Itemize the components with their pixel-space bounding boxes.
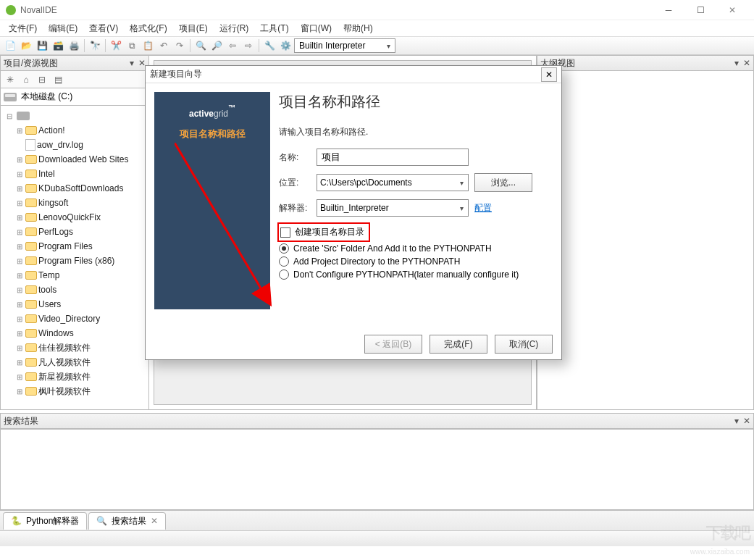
tree-node[interactable]: ⊞佳佳视频软件 bbox=[2, 340, 148, 355]
plus-icon[interactable]: ⊞ bbox=[15, 213, 24, 222]
menu-help[interactable]: 帮助(H) bbox=[338, 21, 379, 36]
tree-root[interactable]: ⊟ bbox=[2, 109, 148, 123]
configure-link[interactable]: 配置 bbox=[474, 202, 492, 214]
tab-python-interpreter[interactable]: 🐍 Python解释器 bbox=[3, 512, 87, 530]
cancel-button[interactable]: 取消(C) bbox=[495, 335, 553, 354]
menu-project[interactable]: 项目(E) bbox=[173, 21, 214, 36]
home-icon[interactable]: ⌂ bbox=[20, 73, 33, 86]
menu-tools[interactable]: 工具(T) bbox=[254, 21, 294, 36]
tree-node[interactable]: ⊞LenovoQuickFix bbox=[2, 210, 148, 225]
tab-close-icon[interactable]: ✕ bbox=[151, 516, 158, 526]
plus-icon[interactable]: ⊞ bbox=[15, 198, 24, 207]
interpreter-select[interactable]: Builtin Interpreter ▾ bbox=[294, 38, 395, 53]
radio-no-config[interactable] bbox=[279, 269, 289, 280]
tree-node[interactable]: ⊞新星视频软件 bbox=[2, 369, 148, 384]
tree-node[interactable]: ⊞凡人视频软件 bbox=[2, 355, 148, 369]
new-file-icon[interactable]: 📄 bbox=[3, 38, 17, 53]
project-pane: 项目/资源视图 ▾✕ ✳ ⌂ ⊟ ▤ 本地磁盘 (C:) ⊟ ⊞Action!a… bbox=[0, 55, 149, 410]
paste-icon[interactable]: 📋 bbox=[141, 38, 155, 53]
plus-icon[interactable]: ⊞ bbox=[15, 271, 24, 280]
plus-icon[interactable]: ⊞ bbox=[15, 126, 24, 135]
gear-icon[interactable]: ⚙️ bbox=[278, 38, 293, 53]
tree-node[interactable]: ⊞枫叶视频软件 bbox=[2, 384, 148, 398]
back-button[interactable]: < 返回(B) bbox=[364, 335, 422, 354]
copy-icon[interactable]: ⧉ bbox=[125, 38, 139, 53]
tree-node[interactable]: ⊞tools bbox=[2, 283, 148, 297]
minus-icon[interactable]: ⊟ bbox=[5, 112, 14, 120]
minimize-button[interactable]: ─ bbox=[653, 0, 684, 20]
tree-node[interactable]: ⊞Windows bbox=[2, 326, 148, 340]
plus-icon[interactable]: ⊞ bbox=[15, 314, 24, 323]
plus-icon[interactable]: ⊞ bbox=[15, 227, 24, 236]
back-icon[interactable]: ⇦ bbox=[225, 38, 240, 53]
tree-node[interactable]: ⊞KDubaSoftDownloads bbox=[2, 181, 148, 196]
pane-menu-icon[interactable]: ▾ bbox=[130, 58, 134, 68]
plus-icon[interactable]: ⊞ bbox=[15, 184, 24, 193]
plus-icon[interactable]: ⊞ bbox=[15, 300, 24, 309]
plus-icon[interactable]: ⊞ bbox=[15, 372, 24, 381]
pane-close-icon[interactable]: ✕ bbox=[743, 58, 750, 68]
project-name-input[interactable]: 项目 bbox=[317, 149, 469, 166]
finish-button[interactable]: 完成(F) bbox=[430, 335, 487, 354]
tree-node[interactable]: ⊞Program Files (x86) bbox=[2, 254, 148, 268]
tree-node[interactable]: ⊞Action! bbox=[2, 123, 148, 138]
menu-edit[interactable]: 编辑(E) bbox=[43, 21, 83, 36]
open-icon[interactable]: 📂 bbox=[19, 38, 33, 53]
pane-menu-icon[interactable]: ▾ bbox=[734, 416, 739, 426]
project-location-select[interactable]: C:\Users\pc\Documents ▾ bbox=[317, 174, 469, 191]
tree-node[interactable]: ⊞Program Files bbox=[2, 239, 148, 254]
create-dir-checkbox[interactable] bbox=[280, 227, 290, 238]
forward-icon[interactable]: ⇨ bbox=[241, 38, 256, 53]
plus-icon[interactable]: ⊞ bbox=[15, 329, 24, 338]
menu-file[interactable]: 文件(F) bbox=[3, 21, 43, 36]
radio-add-dir[interactable] bbox=[279, 256, 289, 267]
plus-icon[interactable]: ⊞ bbox=[15, 285, 24, 294]
sync-icon[interactable]: ✳ bbox=[4, 73, 17, 86]
plus-icon[interactable]: ⊞ bbox=[15, 170, 24, 178]
plus-icon[interactable]: ⊞ bbox=[15, 343, 24, 352]
tree-node[interactable]: ⊞Users bbox=[2, 297, 148, 312]
menu-window[interactable]: 窗口(W) bbox=[295, 21, 338, 36]
plus-icon[interactable]: ⊞ bbox=[15, 358, 24, 367]
cut-icon[interactable]: ✂️ bbox=[109, 38, 123, 53]
collapse-icon[interactable]: ⊟ bbox=[35, 73, 49, 86]
save-all-icon[interactable]: 🗃️ bbox=[51, 38, 65, 53]
menu-view[interactable]: 查看(V) bbox=[83, 21, 124, 36]
wizard-titlebar: 新建项目向导 ✕ bbox=[146, 66, 561, 83]
redo-icon[interactable]: ↷ bbox=[172, 38, 187, 53]
plus-icon[interactable]: ⊞ bbox=[15, 387, 24, 396]
tree-node[interactable]: ⊞Temp bbox=[2, 268, 148, 283]
interpreter-select[interactable]: Builtin_Interpreter ▾ bbox=[317, 199, 469, 217]
plus-icon[interactable]: ⊞ bbox=[15, 242, 24, 251]
print-icon[interactable]: 🖨️ bbox=[67, 38, 81, 53]
menu-format[interactable]: 格式化(F) bbox=[124, 21, 172, 36]
pane-close-icon[interactable]: ✕ bbox=[743, 416, 750, 426]
tree-node[interactable]: ⊞PerfLogs bbox=[2, 225, 148, 239]
zoom-in-icon[interactable]: 🔍 bbox=[193, 38, 208, 53]
zoom-out-icon[interactable]: 🔎 bbox=[209, 38, 224, 53]
pane-menu-icon[interactable]: ▾ bbox=[734, 58, 739, 68]
plus-icon[interactable]: ⊞ bbox=[15, 256, 24, 265]
tree-node[interactable]: ⊞Intel bbox=[2, 167, 148, 181]
chevron-down-icon: ▾ bbox=[458, 204, 465, 212]
plus-icon[interactable]: ⊞ bbox=[15, 155, 24, 164]
tab-search-results[interactable]: 🔍 搜索结果 ✕ bbox=[88, 512, 166, 530]
close-button[interactable]: ✕ bbox=[716, 0, 748, 20]
save-icon[interactable]: 💾 bbox=[35, 38, 49, 53]
wizard-close-button[interactable]: ✕ bbox=[541, 67, 557, 82]
tree-node[interactable]: aow_drv.log bbox=[2, 138, 148, 152]
filter-icon[interactable]: ▤ bbox=[51, 73, 64, 86]
drive-row[interactable]: 本地磁盘 (C:) bbox=[0, 88, 149, 106]
file-tree[interactable]: ⊟ ⊞Action!aow_drv.log⊞Downloaded Web Sit… bbox=[0, 106, 149, 410]
radio-src-folder[interactable] bbox=[279, 243, 289, 254]
tree-node[interactable]: ⊞kingsoft bbox=[2, 196, 148, 210]
binoculars-icon[interactable]: 🔭 bbox=[88, 38, 102, 53]
undo-icon[interactable]: ↶ bbox=[156, 38, 171, 53]
tree-node[interactable]: ⊞Video_Directory bbox=[2, 312, 148, 326]
browse-button[interactable]: 浏览... bbox=[474, 173, 532, 192]
menu-run[interactable]: 运行(R) bbox=[214, 21, 255, 36]
wizard-banner: activegrid™ 项目名称和路径 bbox=[154, 92, 270, 309]
tree-node[interactable]: ⊞Downloaded Web Sites bbox=[2, 152, 148, 167]
maximize-button[interactable]: ☐ bbox=[684, 0, 716, 20]
wrench-icon[interactable]: 🔧 bbox=[262, 38, 277, 53]
